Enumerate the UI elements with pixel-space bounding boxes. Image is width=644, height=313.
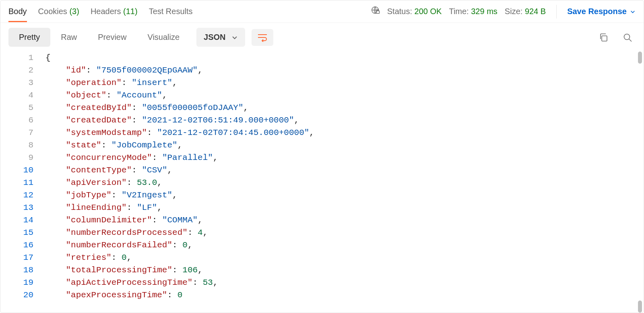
view-tab-raw[interactable]: Raw — [50, 28, 87, 47]
view-tab-visualize[interactable]: Visualize — [137, 28, 190, 47]
tab-headers-count: (11) — [123, 7, 138, 16]
code-content: { "id": "7505f000002QEpGAAW", "operation… — [41, 52, 644, 313]
line-number: 14 — [0, 214, 33, 226]
status-meta: Status: 200 OK — [387, 7, 442, 16]
save-response-label: Save Response — [567, 7, 627, 16]
toolbar-right-icons — [599, 33, 636, 42]
line-number: 4 — [0, 89, 33, 102]
code-line: "state": "JobComplete", — [45, 139, 644, 151]
code-line: "apiActiveProcessingTime": 53, — [45, 276, 644, 289]
response-toolbar: Pretty Raw Preview Visualize JSON — [0, 23, 644, 52]
code-line: "systemModstamp": "2021-12-02T07:04:45.0… — [45, 126, 644, 139]
copy-icon[interactable] — [599, 33, 608, 42]
code-line: "createdDate": "2021-12-02T06:51:49.000+… — [45, 114, 644, 126]
response-body-editor[interactable]: 1234567891011121314151617181920 { "id": … — [0, 52, 644, 313]
line-number: 20 — [0, 289, 33, 301]
chevron-down-icon — [231, 34, 238, 41]
line-number: 2 — [0, 64, 33, 77]
code-line: "columnDelimiter": "COMMA", — [45, 214, 644, 226]
save-response-button[interactable]: Save Response — [567, 7, 636, 16]
response-tabs: Body Cookies (3) Headers (11) Test Resul… — [8, 1, 193, 22]
wrap-icon — [257, 33, 268, 42]
time-value: 329 ms — [471, 7, 497, 16]
code-line: "apiVersion": 53.0, — [45, 176, 644, 189]
line-number: 1 — [0, 52, 33, 64]
view-tab-preview[interactable]: Preview — [87, 28, 137, 47]
svg-rect-2 — [602, 36, 607, 41]
size-value: 924 B — [525, 7, 546, 16]
line-number: 19 — [0, 276, 33, 289]
code-line: "numberRecordsProcessed": 4, — [45, 226, 644, 239]
tab-headers[interactable]: Headers (11) — [91, 1, 138, 22]
tab-body[interactable]: Body — [8, 1, 27, 22]
line-number-gutter: 1234567891011121314151617181920 — [0, 52, 41, 313]
tab-cookies[interactable]: Cookies (3) — [38, 1, 79, 22]
code-line: "apexProcessingTime": 0 — [45, 289, 644, 301]
code-line: "contentType": "CSV", — [45, 164, 644, 176]
line-number: 10 — [0, 164, 33, 176]
code-line: "retries": 0, — [45, 251, 644, 264]
scrollbar-thumb[interactable] — [638, 52, 642, 64]
svg-rect-1 — [376, 11, 379, 13]
line-number: 6 — [0, 114, 33, 126]
code-line: "lineEnding": "LF", — [45, 201, 644, 214]
tab-headers-label: Headers — [91, 7, 121, 16]
line-number: 3 — [0, 77, 33, 89]
code-line: "jobType": "V2Ingest", — [45, 189, 644, 201]
code-line: "id": "7505f000002QEpGAAW", — [45, 64, 644, 77]
divider — [556, 5, 557, 19]
time-meta: Time: 329 ms — [449, 7, 497, 16]
line-number: 15 — [0, 226, 33, 239]
chevron-down-icon — [630, 9, 636, 15]
wrap-lines-button[interactable] — [252, 29, 273, 46]
size-meta: Size: 924 B — [505, 7, 546, 16]
line-number: 5 — [0, 102, 33, 114]
code-line: "object": "Account", — [45, 89, 644, 102]
code-line: "concurrencyMode": "Parallel", — [45, 151, 644, 164]
line-number: 7 — [0, 126, 33, 139]
search-icon[interactable] — [623, 33, 632, 42]
size-label: Size: — [505, 7, 522, 16]
format-select-label: JSON — [204, 33, 225, 42]
line-number: 11 — [0, 176, 33, 189]
response-panel: Body Cookies (3) Headers (11) Test Resul… — [0, 0, 644, 313]
scrollbar-thumb[interactable] — [638, 301, 642, 313]
format-select[interactable]: JSON — [196, 28, 245, 47]
code-line: "operation": "insert", — [45, 77, 644, 89]
line-number: 9 — [0, 151, 33, 164]
status-label: Status: — [387, 7, 412, 16]
line-number: 17 — [0, 251, 33, 264]
code-line: "numberRecordsFailed": 0, — [45, 239, 644, 251]
tab-test-results[interactable]: Test Results — [149, 1, 193, 22]
view-tabs: Pretty Raw Preview Visualize — [8, 28, 190, 47]
line-number: 8 — [0, 139, 33, 151]
tab-cookies-count: (3) — [69, 7, 79, 16]
status-value: 200 OK — [415, 7, 442, 16]
tab-cookies-label: Cookies — [38, 7, 67, 16]
view-tab-pretty[interactable]: Pretty — [8, 28, 50, 47]
line-number: 18 — [0, 264, 33, 276]
time-label: Time: — [449, 7, 469, 16]
code-line: "totalProcessingTime": 106, — [45, 264, 644, 276]
code-line: "createdById": "0055f000005foDJAAY", — [45, 102, 644, 114]
response-meta: Status: 200 OK Time: 329 ms Size: 924 B … — [371, 5, 636, 19]
response-top-bar: Body Cookies (3) Headers (11) Test Resul… — [0, 0, 644, 23]
svg-point-3 — [624, 34, 630, 39]
globe-lock-icon[interactable] — [371, 6, 380, 17]
vertical-scrollbar[interactable] — [638, 52, 642, 313]
line-number: 16 — [0, 239, 33, 251]
code-line: { — [45, 52, 644, 64]
line-number: 12 — [0, 189, 33, 201]
line-number: 13 — [0, 201, 33, 214]
